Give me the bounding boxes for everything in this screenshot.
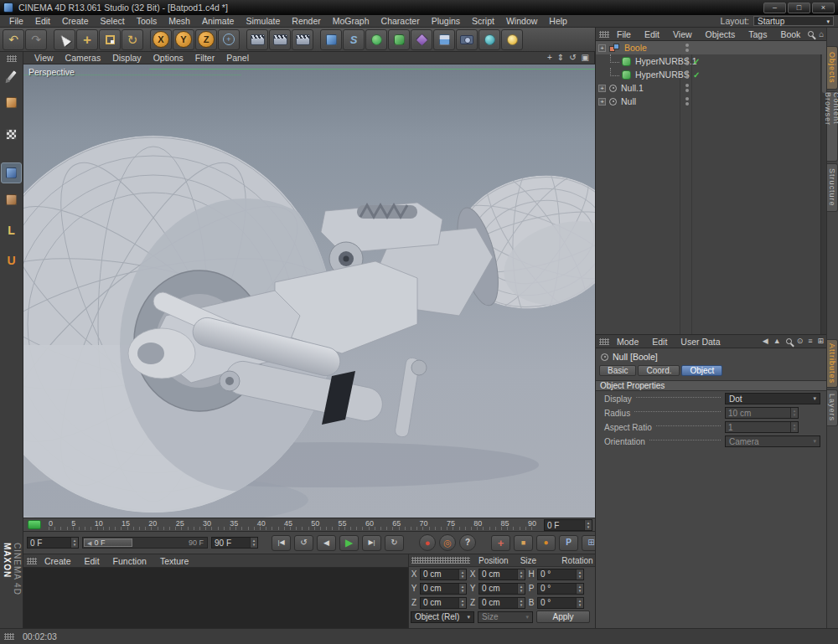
frame-range-slider[interactable]: ◀ 0 F 90 F bbox=[82, 537, 208, 549]
attr-menu-edit[interactable]: Edit bbox=[646, 337, 673, 347]
render-picture-viewer-button[interactable] bbox=[269, 29, 291, 50]
live-selection-button[interactable] bbox=[54, 29, 75, 50]
play-backwards-button[interactable]: ↺ bbox=[294, 535, 313, 551]
parameter-key-toggle[interactable]: P bbox=[559, 535, 578, 551]
om-menu-file[interactable]: File bbox=[611, 29, 637, 39]
spinner-icon[interactable]: ▴▾ bbox=[250, 538, 257, 548]
viewport-menu-display[interactable]: Display bbox=[106, 53, 147, 63]
viewport-menu-panel[interactable]: Panel bbox=[220, 53, 255, 63]
viewport-canvas[interactable]: Perspective bbox=[23, 64, 595, 518]
aspect-ratio-field[interactable]: 1 ▴▾ bbox=[725, 421, 799, 433]
expand-icon[interactable]: + bbox=[598, 44, 606, 52]
visibility-dots[interactable] bbox=[685, 97, 689, 106]
tab-attributes[interactable]: Attributes bbox=[827, 339, 838, 388]
add-mograph-button[interactable] bbox=[388, 29, 410, 50]
undo-button[interactable]: ↶ bbox=[3, 29, 24, 50]
menu-script[interactable]: Script bbox=[466, 16, 500, 26]
tab-basic[interactable]: Basic bbox=[599, 365, 636, 376]
keyframe-selection-button[interactable]: ? bbox=[459, 534, 476, 551]
add-panel-icon[interactable]: ⊞ bbox=[817, 337, 824, 345]
panel-grip[interactable] bbox=[599, 338, 609, 345]
range-slider-handle[interactable]: ◀ 0 F bbox=[84, 538, 132, 547]
texture-mode-button[interactable] bbox=[1, 124, 22, 145]
add-spline-button[interactable]: S bbox=[343, 29, 365, 50]
menu-help[interactable]: Help bbox=[543, 16, 573, 26]
spinner-icon[interactable]: ▴▾ bbox=[576, 584, 583, 594]
coordinate-system-button[interactable]: + bbox=[218, 29, 240, 50]
visibility-dots[interactable] bbox=[685, 70, 689, 79]
visibility-dots[interactable] bbox=[685, 44, 689, 52]
radius-field[interactable]: 10 cm ▴▾ bbox=[725, 407, 799, 419]
tab-content-browser[interactable]: Content Browser bbox=[827, 91, 838, 162]
render-view-button[interactable] bbox=[246, 29, 268, 50]
tab-object[interactable]: Object bbox=[681, 365, 722, 376]
axis-mode-button[interactable]: L bbox=[1, 219, 22, 240]
menu-window[interactable]: Window bbox=[500, 16, 543, 26]
tab-structure[interactable]: Structure bbox=[827, 163, 838, 212]
panel-grip[interactable] bbox=[411, 557, 470, 564]
spinner-icon[interactable]: ▴▾ bbox=[458, 598, 466, 608]
menu-plugins[interactable]: Plugins bbox=[426, 16, 466, 26]
redo-button[interactable]: ↷ bbox=[25, 29, 47, 50]
toggle-view-icon[interactable]: ▣ bbox=[582, 54, 589, 62]
spinner-icon[interactable]: ▴▾ bbox=[576, 598, 583, 608]
point-mode-button[interactable] bbox=[1, 162, 22, 183]
search-icon[interactable] bbox=[808, 31, 814, 37]
rotation-p-field[interactable]: 0 °▴▾ bbox=[537, 583, 584, 595]
scale-key-toggle[interactable]: ■ bbox=[514, 535, 533, 551]
model-mode-button[interactable] bbox=[1, 92, 22, 113]
expand-icon[interactable]: + bbox=[598, 98, 606, 106]
search-icon[interactable] bbox=[786, 338, 792, 344]
menu-character[interactable]: Character bbox=[375, 16, 426, 26]
attr-menu-mode[interactable]: Mode bbox=[611, 337, 644, 347]
zoom-view-icon[interactable]: ⇕ bbox=[557, 54, 564, 62]
make-editable-button[interactable] bbox=[1, 65, 22, 86]
list-icon[interactable]: ≡ bbox=[808, 337, 812, 345]
loop-mode-button[interactable]: ↻ bbox=[385, 535, 404, 551]
viewport-menu-cameras[interactable]: Cameras bbox=[59, 53, 107, 63]
lock-x-axis-button[interactable]: X bbox=[150, 29, 172, 50]
position-x-field[interactable]: 0 cm▴▾ bbox=[420, 569, 467, 580]
om-menu-view[interactable]: View bbox=[667, 29, 698, 39]
spinner-icon[interactable]: ▴▾ bbox=[517, 598, 525, 608]
menu-edit[interactable]: Edit bbox=[29, 16, 56, 26]
material-menu-edit[interactable]: Edit bbox=[79, 556, 106, 566]
pan-view-icon[interactable]: + bbox=[547, 54, 552, 62]
attr-menu-userdata[interactable]: User Data bbox=[675, 337, 726, 347]
spinner-icon[interactable]: ▴▾ bbox=[458, 584, 466, 594]
add-light-button[interactable] bbox=[501, 29, 523, 50]
size-y-field[interactable]: 0 cm▴▾ bbox=[478, 583, 525, 595]
previous-frame-button[interactable]: ◀ bbox=[317, 535, 336, 551]
spinner-icon[interactable]: ▴▾ bbox=[576, 569, 583, 580]
minimize-button[interactable]: – bbox=[763, 3, 786, 13]
end-frame-field[interactable]: 90 F ▴▾ bbox=[211, 537, 258, 549]
restore-button[interactable]: □ bbox=[788, 3, 810, 13]
rotation-key-toggle[interactable]: ● bbox=[536, 535, 556, 551]
layout-select[interactable]: Startup ▾ bbox=[753, 16, 834, 26]
position-z-field[interactable]: 0 cm▴▾ bbox=[420, 597, 467, 609]
size-z-field[interactable]: 0 cm▴▾ bbox=[478, 597, 525, 609]
om-menu-book[interactable]: Book bbox=[774, 29, 806, 39]
visibility-dots[interactable] bbox=[685, 57, 689, 65]
spinner-icon[interactable]: ▴▾ bbox=[517, 569, 525, 580]
timeline-ruler[interactable]: 05 1015 2025 3035 4045 5055 6065 7075 80… bbox=[23, 518, 595, 532]
menu-render[interactable]: Render bbox=[286, 16, 326, 26]
spinner-icon[interactable]: ▴▾ bbox=[70, 538, 78, 548]
add-primitive-button[interactable] bbox=[320, 29, 342, 50]
title-bar[interactable]: CINEMA 4D R13.061 Studio (32 Bit) - [Bat… bbox=[0, 0, 838, 15]
spinner-icon[interactable]: ▴▾ bbox=[458, 569, 466, 580]
position-y-field[interactable]: 0 cm▴▾ bbox=[420, 583, 467, 595]
menu-animate[interactable]: Animate bbox=[196, 16, 241, 26]
rotation-h-field[interactable]: 0 °▴▾ bbox=[537, 569, 584, 580]
menu-mesh[interactable]: Mesh bbox=[163, 16, 196, 26]
snap-button[interactable]: U bbox=[1, 250, 22, 270]
spinner-icon[interactable]: ▴▾ bbox=[517, 584, 525, 594]
history-back-icon[interactable]: ◀ bbox=[763, 337, 768, 345]
menu-simulate[interactable]: Simulate bbox=[240, 16, 286, 26]
arrow-up-icon[interactable]: ▲ bbox=[773, 337, 781, 345]
add-camera-button[interactable] bbox=[456, 29, 478, 50]
om-menu-objects[interactable]: Objects bbox=[700, 29, 742, 39]
expand-icon[interactable]: + bbox=[598, 85, 606, 92]
display-mode-button[interactable] bbox=[478, 29, 500, 50]
rotate-button[interactable]: ↻ bbox=[122, 29, 143, 50]
